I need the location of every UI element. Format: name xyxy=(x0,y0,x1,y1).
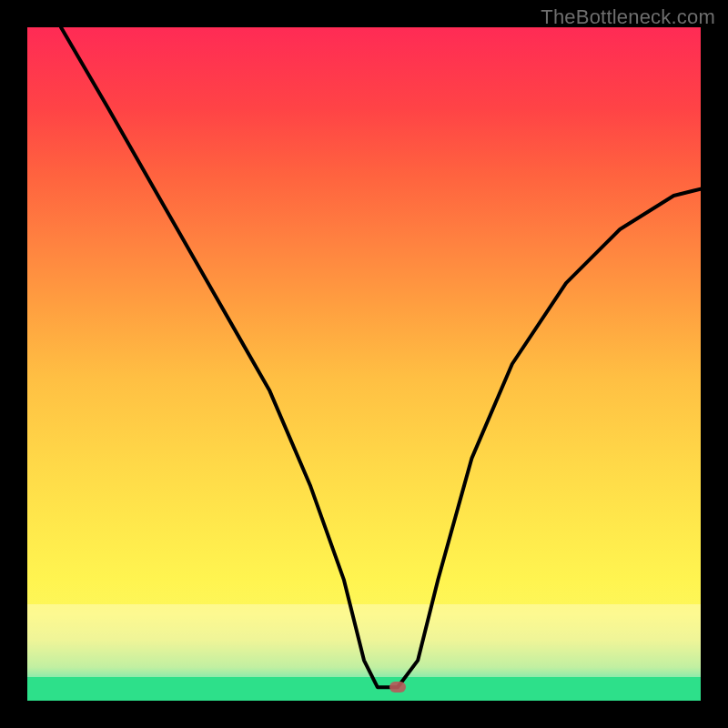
watermark-text: TheBottleneck.com xyxy=(541,5,715,29)
optimal-point-marker xyxy=(389,682,406,693)
bottleneck-curve-path xyxy=(61,27,701,687)
plot-area xyxy=(27,27,701,701)
bottleneck-curve-svg xyxy=(27,27,701,701)
